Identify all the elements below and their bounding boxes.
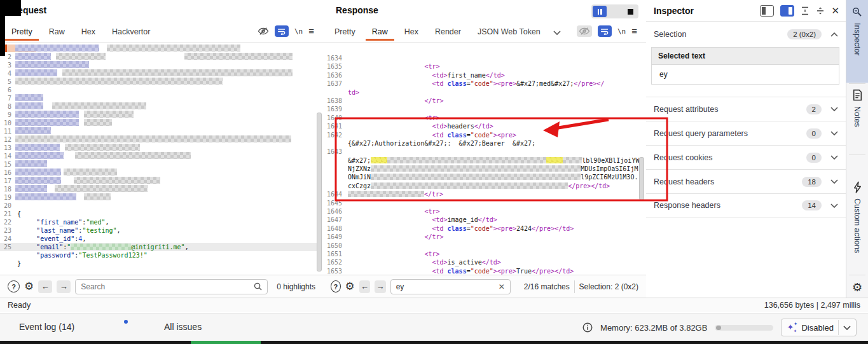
selection-section-header[interactable]: Selection 2 (0x2) [646, 24, 846, 45]
lightning-icon [853, 181, 862, 193]
code-line: NjZXNzMDUsImpOaSI6IjM [323, 165, 641, 173]
code-line: 1638 </tr> [323, 97, 641, 105]
close-icon[interactable]: ✕ [831, 5, 839, 17]
inspector-section-request-attributes[interactable]: Request attributes2 [646, 97, 846, 121]
request-search-box [75, 279, 268, 294]
chevron-down-icon[interactable] [843, 326, 851, 330]
inspector-section-request-headers[interactable]: Request headers18 [646, 169, 846, 193]
rail-settings[interactable]: ⚙ [846, 282, 868, 293]
columns-icon[interactable] [608, 6, 622, 17]
capture-controls [591, 4, 638, 18]
inspector-section-request-query-parameters[interactable]: Request query parameters0 [646, 121, 846, 145]
section-label: Request attributes [654, 105, 806, 114]
request-scrollbar[interactable] [317, 113, 322, 272]
request-search-input[interactable] [81, 282, 250, 291]
search-icon [254, 282, 262, 291]
expand-all-icon[interactable] [801, 6, 809, 15]
soft-wrap-icon[interactable] [598, 25, 612, 37]
show-newlines-icon[interactable]: \n [617, 27, 626, 36]
chevron-down-icon[interactable] [830, 179, 838, 184]
response-scrollbar[interactable] [639, 157, 644, 200]
show-newlines-icon[interactable]: \n [294, 27, 303, 36]
response-tab-raw[interactable]: Raw [366, 25, 394, 41]
rail-tab-custom-actions[interactable]: Custom actions [846, 181, 868, 277]
redacted-content [15, 78, 223, 85]
redacted-content [84, 119, 112, 126]
response-tab-bar: PrettyRawHexRenderJSON Web Token [328, 24, 562, 41]
search-settings-icon[interactable]: ⚙ [24, 281, 34, 292]
all-issues-button[interactable]: All issues [164, 322, 202, 332]
inspector-icon [851, 6, 863, 18]
section-count-badge: 18 [802, 177, 822, 187]
help-icon[interactable]: ? [331, 280, 341, 292]
redacted-content [15, 193, 76, 200]
request-editor-toolbar: \n ≡ [258, 25, 314, 37]
previous-match-button[interactable]: ← [38, 280, 52, 293]
redacted-content [15, 119, 79, 126]
response-tab-json-web-token[interactable]: JSON Web Token [471, 25, 547, 41]
inspector-title: Inspector [654, 6, 760, 16]
section-count-badge: 0 [806, 128, 822, 139]
collapse-all-icon[interactable] [816, 6, 825, 15]
response-search-input[interactable] [396, 282, 495, 291]
response-tab-pretty[interactable]: Pretty [328, 25, 362, 41]
redacted-text [371, 182, 568, 189]
request-tab-hex[interactable]: Hex [75, 25, 102, 41]
request-tab-pretty[interactable]: Pretty [5, 25, 39, 41]
chevron-down-icon[interactable] [830, 107, 838, 111]
code-line: 1653 <td class="code"><pre>True</pre></t… [323, 267, 641, 275]
editor-menu-icon[interactable]: ≡ [308, 28, 314, 34]
code-line: 21{ [0, 210, 318, 218]
chevron-down-icon[interactable] [830, 131, 838, 135]
section-label: Request cookies [654, 153, 806, 162]
request-tab-raw[interactable]: Raw [43, 25, 71, 41]
dock-right-icon[interactable] [780, 5, 794, 17]
code-line: 1648 <td class="code"><pre>2424</pre></t… [323, 224, 641, 233]
inspector-sections: Request attributes2Request query paramet… [646, 97, 846, 217]
code-line: 20 [0, 202, 318, 210]
rail-tab-inspector[interactable]: Inspector [846, 0, 868, 83]
inspector-section-request-cookies[interactable]: Request cookies0 [646, 145, 846, 169]
redacted-content [64, 169, 117, 175]
redacted-content [15, 53, 51, 60]
next-match-button[interactable]: → [375, 280, 385, 293]
next-match-button[interactable]: → [57, 280, 71, 293]
hide-highlights-icon[interactable] [577, 25, 592, 37]
sparkles-icon: ✦ ✦ ✦ [787, 322, 797, 333]
event-log-button[interactable]: Event log (14) [19, 322, 74, 332]
chevron-down-icon[interactable] [830, 155, 838, 160]
inspector-header: Inspector ✕ [646, 0, 846, 22]
help-icon[interactable]: ? [8, 280, 20, 292]
editor-menu-icon[interactable]: ≡ [631, 28, 637, 34]
response-tab-render[interactable]: Render [429, 25, 467, 41]
response-code: 16341635 <tr>1636 <td>first_name</td>163… [323, 54, 641, 275]
inspector-section-response-headers[interactable]: Response headers14 [646, 193, 846, 217]
response-editor[interactable]: 16341635 <tr>1636 <td>first_name</td>163… [323, 42, 646, 275]
response-tab-hex[interactable]: Hex [398, 25, 425, 41]
redacted-content [15, 102, 43, 109]
more-tabs-chevron-icon[interactable] [552, 29, 562, 37]
request-tab-hackvertor[interactable]: Hackvertor [106, 25, 156, 41]
code-line: {&#x27;Authorization&#x27;: &#x27;Bearer… [323, 139, 641, 148]
redacted-content [75, 152, 191, 159]
burp-ai-button[interactable]: ✦ ✦ ✦ Disabled [781, 319, 857, 336]
code-line: td> [323, 88, 641, 97]
previous-match-button[interactable]: ← [359, 280, 370, 293]
soft-wrap-icon[interactable] [275, 25, 289, 37]
pause-capture-icon[interactable] [593, 6, 607, 17]
redacted-text [348, 191, 424, 197]
dock-left-icon[interactable] [760, 5, 774, 17]
search-settings-icon[interactable]: ⚙ [345, 281, 355, 292]
stop-capture-icon[interactable] [623, 6, 637, 17]
match-count: 2/16 matches [524, 282, 570, 291]
request-search-bar: ? ⚙ ← → 0 highlights [0, 275, 323, 298]
info-icon [582, 322, 593, 333]
redacted-content [107, 45, 240, 52]
request-editor[interactable]: 123456789101112131415161718192021{22 "fi… [0, 42, 323, 275]
chevron-down-icon[interactable] [830, 203, 838, 208]
rail-tab-notes[interactable]: Notes [846, 89, 868, 153]
chevron-up-icon[interactable] [830, 32, 838, 37]
redacted-content [184, 53, 293, 60]
clear-search-icon[interactable]: ✕ [499, 282, 505, 291]
hide-highlights-icon[interactable] [258, 27, 269, 36]
